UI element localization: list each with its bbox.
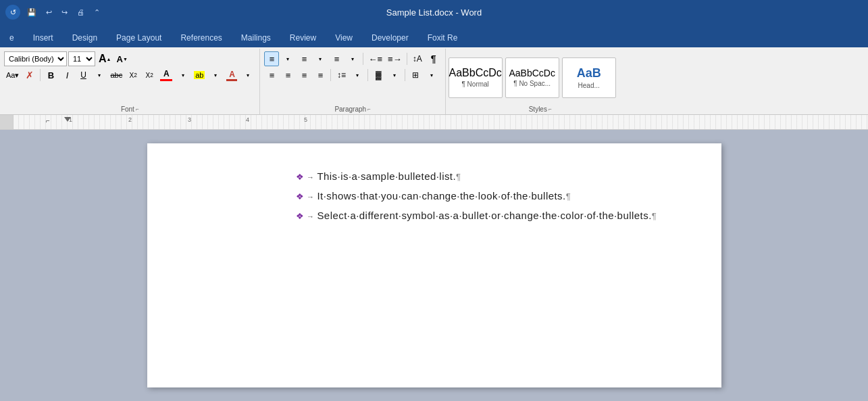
tab-developer[interactable]: Developer xyxy=(362,28,418,47)
tab-insert[interactable]: Insert xyxy=(24,28,63,47)
ruler-content[interactable]: 1 2 3 4 5 ⌐ xyxy=(14,115,868,129)
styles-group-expand[interactable]: ⌐ xyxy=(548,106,552,112)
justify-button[interactable]: ≡ xyxy=(313,68,328,82)
para-row2: ≡ ≡ ≡ ≡ ↕≡ ▾ ▓ ▾ ⊞ ▾ xyxy=(264,68,439,82)
nospace-label: ¶ No Spac... xyxy=(513,80,551,87)
tab-design[interactable]: Design xyxy=(63,28,107,47)
align-left-button[interactable]: ≡ xyxy=(264,68,279,82)
bullets-dropdown[interactable]: ▾ xyxy=(280,51,295,66)
bullet-item-1: ❖ → This·is·a·sample·bulleted·list.¶ xyxy=(296,170,681,182)
ruler-mark-5: 5 xyxy=(304,116,307,123)
window-title: Sample List.docx - Word xyxy=(386,7,482,18)
font-color-dropdown[interactable]: ▾ xyxy=(176,68,190,82)
quick-access-more[interactable]: ⌃ xyxy=(91,7,103,18)
font-color-a-button[interactable]: A xyxy=(224,68,239,82)
bullet-item-3: ❖ → Select·a·different·symbol·as·a·bulle… xyxy=(296,210,681,221)
show-marks-button[interactable]: ¶ xyxy=(426,51,441,66)
normal-label: ¶ Normal xyxy=(461,80,488,88)
numbering-dropdown[interactable]: ▾ xyxy=(313,51,328,66)
bold-button[interactable]: B xyxy=(43,68,58,82)
bullet-diamond-3: ❖ xyxy=(296,211,304,221)
shading-dropdown[interactable]: ▾ xyxy=(387,68,402,82)
tab-mailings[interactable]: Mailings xyxy=(232,28,280,47)
font-color-button[interactable]: A xyxy=(158,68,174,82)
bullet-diamond-2: ❖ xyxy=(296,191,304,202)
bullets-button[interactable]: ≡ xyxy=(264,51,279,66)
bullet-arrow-1: → xyxy=(307,173,314,181)
quick-access-print[interactable]: 🖨 xyxy=(74,7,87,18)
title-bar: ↺ 💾 ↩ ↪ 🖨 ⌃ Sample List.docx - Word xyxy=(0,0,868,24)
normal-preview: AaBbCcDc xyxy=(449,67,502,79)
document-area[interactable]: ❖ → This·is·a·sample·bulleted·list.¶ ❖ →… xyxy=(0,130,868,401)
italic-button[interactable]: I xyxy=(59,68,74,82)
indent-increase-button[interactable]: ≡→ xyxy=(386,51,404,66)
quick-access-redo[interactable]: ↪ xyxy=(59,7,70,18)
tab-foxit[interactable]: Foxit Re xyxy=(418,28,467,47)
style-heading[interactable]: AaB Head... xyxy=(562,57,616,98)
bullet-text-2[interactable]: It·shows·that·you·can·change·the·look·of… xyxy=(317,190,571,202)
pilcrow-2: ¶ xyxy=(566,191,571,202)
font-group-expand[interactable]: ⌐ xyxy=(136,106,139,112)
superscript-button[interactable]: X2 xyxy=(142,68,157,82)
para-row1: ≡ ▾ ≡ ▾ ≡ ▾ ←≡ ≡→ ↕A ¶ xyxy=(264,51,440,66)
line-spacing-dropdown[interactable]: ▾ xyxy=(350,68,365,82)
bullet-diamond-1: ❖ xyxy=(296,172,304,182)
title-bar-left: ↺ 💾 ↩ ↪ 🖨 ⌃ xyxy=(5,5,103,20)
bullet-text-3[interactable]: Select·a·different·symbol·as·a·bullet·or… xyxy=(317,210,657,221)
align-right-button[interactable]: ≡ xyxy=(297,68,311,82)
style-normal[interactable]: AaBbCcDc ¶ Normal xyxy=(449,57,503,98)
bullet-text-1[interactable]: This·is·a·sample·bulleted·list.¶ xyxy=(317,170,461,182)
tab-review[interactable]: Review xyxy=(280,28,326,47)
sort-button[interactable]: ↕A xyxy=(410,51,425,66)
heading-preview: AaB xyxy=(577,66,601,80)
borders-button[interactable]: ⊞ xyxy=(408,68,423,82)
content-area: ❖ → This·is·a·sample·bulleted·list.¶ ❖ →… xyxy=(0,130,868,401)
tab-home[interactable]: e xyxy=(0,28,24,47)
paragraph-group: ≡ ▾ ≡ ▾ ≡ ▾ ←≡ ≡→ ↕A ¶ ≡ ≡ ≡ xyxy=(260,49,445,114)
font-format-row: Aa▾ ✗ B I U ▾ abc X2 X2 A xyxy=(4,68,255,82)
font-name-row: Calibri (Body) 11 A▲ A▼ xyxy=(4,51,130,66)
pilcrow-3: ¶ xyxy=(652,211,657,221)
quick-access-undo[interactable]: ↩ xyxy=(43,7,55,18)
bullet-arrow-2: → xyxy=(307,193,314,201)
shading-button[interactable]: ▓ xyxy=(371,68,386,82)
tab-pagelayout[interactable]: Page Layout xyxy=(107,28,171,47)
numbering-button[interactable]: ≡ xyxy=(297,51,311,66)
heading-label: Head... xyxy=(578,82,600,89)
clear-format-button[interactable]: ✗ xyxy=(22,68,37,82)
line-spacing-button[interactable]: ↕≡ xyxy=(334,68,349,82)
ruler-indent-marker[interactable] xyxy=(64,117,71,122)
multilevel-dropdown[interactable]: ▾ xyxy=(345,51,360,66)
highlight-button[interactable]: ab xyxy=(192,68,207,82)
font-shrink-button[interactable]: A▼ xyxy=(115,51,130,66)
change-case-button[interactable]: Aa▾ xyxy=(4,68,21,82)
strikethrough-button[interactable]: abc xyxy=(108,68,124,82)
underline-button[interactable]: U xyxy=(76,68,91,82)
style-nospace[interactable]: AaBbCcDc ¶ No Spac... xyxy=(505,57,559,98)
word-icon: ↺ xyxy=(5,5,20,20)
ruler: 1 2 3 4 5 ⌐ xyxy=(0,115,868,130)
font-group-label: Font ⌐ xyxy=(3,105,257,114)
indent-decrease-button[interactable]: ←≡ xyxy=(366,51,384,66)
align-center-button[interactable]: ≡ xyxy=(280,68,295,82)
ruler-mark-4: 4 xyxy=(246,116,249,123)
dropdown-underline[interactable]: ▾ xyxy=(92,68,107,82)
nospace-preview: AaBbCcDc xyxy=(509,68,555,78)
font-size-select[interactable]: 11 xyxy=(68,51,95,66)
tab-references[interactable]: References xyxy=(171,28,231,47)
paragraph-group-expand[interactable]: ⌐ xyxy=(367,106,371,112)
font-grow-button[interactable]: A▲ xyxy=(97,51,113,66)
tab-view[interactable]: View xyxy=(326,28,362,47)
quick-access-save[interactable]: 💾 xyxy=(24,7,39,18)
borders-dropdown[interactable]: ▾ xyxy=(424,68,439,82)
subscript-button[interactable]: X2 xyxy=(126,68,141,82)
styles-row: AaBbCcDc ¶ Normal AaBbCcDc ¶ No Spac... … xyxy=(449,50,632,105)
pilcrow-1: ¶ xyxy=(456,172,461,182)
highlight-dropdown[interactable]: ▾ xyxy=(208,68,223,82)
font-color-a-dropdown[interactable]: ▾ xyxy=(240,68,255,82)
ruler-mark-3: 3 xyxy=(188,116,191,123)
ruler-mark-2: 2 xyxy=(128,116,132,123)
ruler-tab-marker: ⌐ xyxy=(46,117,50,124)
font-name-select[interactable]: Calibri (Body) xyxy=(4,51,67,66)
multilevel-button[interactable]: ≡ xyxy=(329,51,344,66)
